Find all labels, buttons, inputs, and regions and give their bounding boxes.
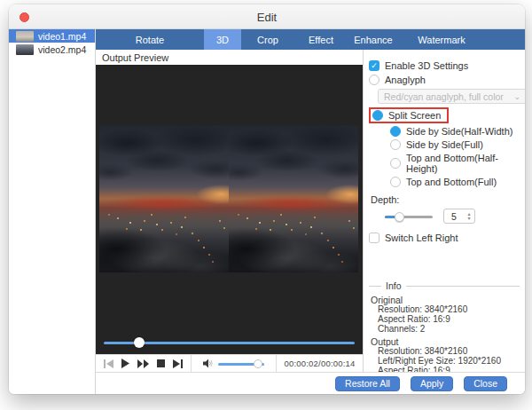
- enable-3d-row: ✓ Enable 3D Settings: [369, 60, 520, 71]
- video-preview-area: [96, 65, 363, 354]
- stepper-arrows[interactable]: ▴▾: [464, 212, 474, 221]
- edit-tabbar: Rotate 3D Crop Effect Enhance Watermark: [96, 29, 525, 50]
- depth-label: Depth:: [371, 194, 520, 205]
- seek-thumb[interactable]: [134, 337, 145, 348]
- edit-dialog: Edit video1.mp4 video2.mp4 Rotate 3D: [9, 4, 525, 394]
- seek-slider[interactable]: [104, 338, 355, 348]
- output-preview-label: Output Preview: [102, 52, 168, 63]
- depth-value: 5: [444, 211, 464, 222]
- sidebar-item-video2[interactable]: video2.mp4: [9, 43, 95, 56]
- tab-crop[interactable]: Crop: [241, 29, 294, 50]
- depth-controls: 5 ▴▾: [385, 209, 520, 224]
- dialog-footer: Restore All Apply Close: [96, 372, 525, 394]
- side-by-side-full-radio[interactable]: [390, 139, 401, 150]
- info-original: Original Resolution: 3840*2160 Aspect Ra…: [371, 295, 520, 334]
- preview-left-eye-image: [99, 125, 229, 272]
- split-screen-highlight-box: Split Screen: [369, 107, 449, 123]
- tab-effect[interactable]: Effect: [294, 29, 348, 50]
- playback-time: 00:00:02/00:00:14: [285, 359, 356, 368]
- side-by-side-half-width-radio[interactable]: [390, 126, 401, 137]
- split-screen-label: Split Screen: [388, 110, 441, 121]
- 3d-settings-panel: ✓ Enable 3D Settings Anaglyph Red/cyan a…: [364, 50, 525, 372]
- legend-line: [406, 286, 520, 287]
- stop-icon[interactable]: [157, 359, 165, 367]
- option-row: Top and Bottom(Full): [390, 177, 520, 187]
- volume-icon[interactable]: [203, 359, 214, 368]
- tab-rotate[interactable]: Rotate: [96, 29, 204, 50]
- sidebar-item-video1[interactable]: video1.mp4: [9, 29, 95, 43]
- screen: Edit video1.mp4 video2.mp4 Rotate 3D: [0, 0, 532, 410]
- anaglyph-label: Anaglyph: [385, 75, 426, 85]
- apply-button[interactable]: Apply: [411, 376, 453, 391]
- option-label: Side by Side(Full): [406, 139, 483, 150]
- anaglyph-type-value: Red/cyan anaglyph, full color: [384, 91, 504, 102]
- info-line: Channels: 2: [378, 325, 520, 335]
- anaglyph-row: Anaglyph: [369, 75, 520, 85]
- playback-controls: [96, 355, 191, 372]
- depth-stepper[interactable]: 5 ▴▾: [443, 209, 475, 224]
- legend-line: [369, 286, 381, 287]
- chevron-down-icon: ⌄: [513, 92, 520, 101]
- transport-bar: 00:00:02/00:00:14: [96, 354, 363, 372]
- titlebar: Edit: [9, 4, 525, 29]
- preview-column: Output Preview: [96, 50, 364, 372]
- tab-watermark[interactable]: Watermark: [399, 29, 484, 50]
- restore-all-button[interactable]: Restore All: [335, 376, 400, 391]
- window-title: Edit: [9, 11, 525, 24]
- info-legend: Info: [369, 280, 520, 291]
- volume-thumb[interactable]: [254, 359, 262, 368]
- time-display-group: 00:00:02/00:00:14: [276, 355, 363, 372]
- option-label: Top and Bottom(Full): [406, 177, 497, 187]
- fast-forward-icon[interactable]: [137, 359, 149, 368]
- anaglyph-type-dropdown[interactable]: Red/cyan anaglyph, full color ⌄: [378, 89, 525, 104]
- file-list-sidebar: video1.mp4 video2.mp4: [9, 29, 96, 394]
- anaglyph-radio[interactable]: [369, 75, 379, 85]
- tab-enhance[interactable]: Enhance: [348, 29, 399, 50]
- split-screen-options: Side by Side(Half-Width) Side by Side(Fu…: [390, 126, 520, 187]
- switch-left-right-row: Switch Left Right: [369, 233, 520, 243]
- close-button[interactable]: Close: [464, 376, 507, 391]
- sidebar-item-label: video2.mp4: [38, 44, 86, 55]
- option-row: Top and Bottom(Half-Height): [390, 153, 520, 174]
- volume-controls: [191, 355, 276, 372]
- top-and-bottom-half-height-radio[interactable]: [390, 158, 401, 169]
- preview-label-strip: Output Preview: [96, 50, 363, 65]
- switch-left-right-checkbox[interactable]: [369, 233, 379, 243]
- preview-right-eye-image: [229, 125, 358, 272]
- sidebar-item-label: video1.mp4: [38, 31, 86, 42]
- option-label: Top and Bottom(Half-Height): [406, 153, 520, 174]
- depth-slider-thumb[interactable]: [395, 212, 404, 222]
- info-title: Info: [386, 280, 402, 291]
- skip-start-icon[interactable]: [104, 359, 113, 368]
- option-row: Side by Side(Full): [390, 139, 520, 150]
- tab-3d[interactable]: 3D: [204, 29, 241, 50]
- stepper-down-icon[interactable]: ▾: [467, 217, 470, 221]
- enable-3d-label: Enable 3D Settings: [385, 60, 468, 71]
- split-screen-preview: [99, 125, 358, 272]
- skip-end-icon[interactable]: [173, 359, 183, 368]
- info-line: Aspect Ratio: 16:9: [378, 315, 520, 325]
- top-and-bottom-full-radio[interactable]: [390, 177, 401, 187]
- info-output: Output Resolution: 3840*2160 Left/Right …: [371, 336, 520, 372]
- enable-3d-checkbox[interactable]: ✓: [369, 60, 379, 71]
- option-row: Side by Side(Half-Width): [390, 126, 520, 137]
- volume-slider[interactable]: [218, 359, 264, 368]
- option-label: Side by Side(Half-Width): [406, 126, 512, 137]
- play-icon[interactable]: [121, 359, 129, 368]
- depth-slider[interactable]: [385, 211, 433, 222]
- video2-thumbnail: [16, 44, 34, 55]
- video1-thumbnail: [16, 31, 34, 42]
- switch-left-right-label: Switch Left Right: [385, 233, 458, 243]
- split-screen-radio[interactable]: [372, 110, 383, 121]
